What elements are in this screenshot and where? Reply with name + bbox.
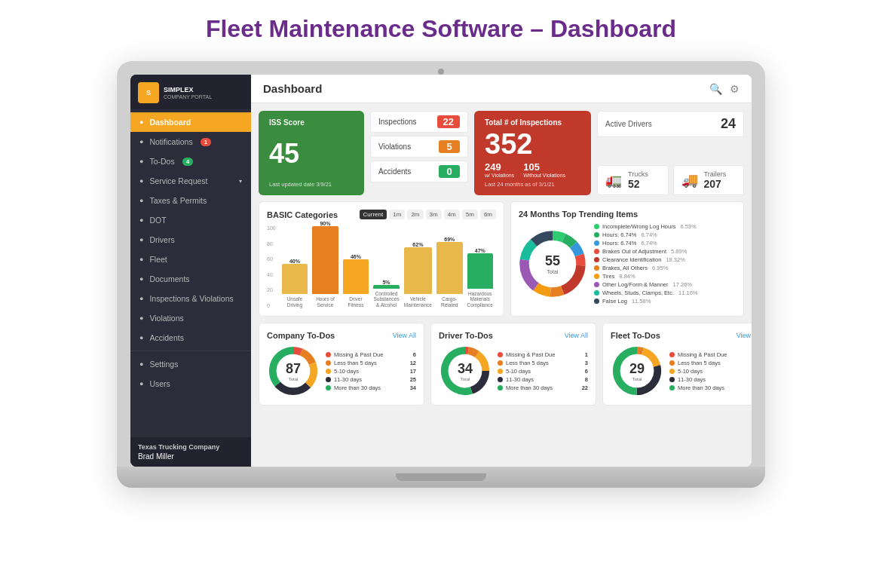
sidebar-item-dot[interactable]: ●DOT [130,210,251,230]
trend-label: Other Log/Form & Manner [602,281,669,288]
sidebar-item-documents[interactable]: ●Documents [130,269,251,289]
company-todo-label: Total [286,377,301,381]
todo-dot [326,360,331,366]
trend-label: Hours: 6.74% [602,231,636,238]
todo-legend-label: 5-10 days [334,368,407,375]
sidebar-item-notifications[interactable]: ●Notifications1 [130,132,251,152]
todo-legend-label: 11-30 days [334,376,407,383]
company-todos-view-all[interactable]: View All [393,332,416,339]
total-insp-date: Last 24 months as of 3/1/21 [485,181,580,188]
time-filter-5m[interactable]: 5m [462,210,478,219]
sidebar-item-to-dos[interactable]: ●To-Dos4 [130,152,251,171]
todo-legend-label: Less than 5 days [678,360,752,366]
todo-legend-count: 3 [585,360,588,366]
bar [404,247,432,294]
main-content: Dashboard 🔍 ⚙ ISS Score 45 Last updated … [251,75,752,467]
todo-legend-row: Less than 5 days12 [326,360,416,366]
search-icon[interactable]: 🔍 [709,83,722,95]
todo-legend-row: Missing & Past Due1 [498,351,588,358]
trend-item: Tires8.84% [594,273,697,280]
nav-label: Fleet [149,255,167,264]
bar-label: Driver Fitness [343,296,369,308]
content-area: ISS Score 45 Last updated date 3/9/21 In… [251,103,752,413]
todo-legend-row: Less than 5 days1 [669,360,752,366]
time-filter-1m[interactable]: 1m [389,210,405,219]
ivc-box: Inspections 22 Violations 5 Accidents 0 [370,111,468,195]
nav-label: Notifications [149,137,192,146]
todo-legend-label: 11-30 days [678,376,752,383]
company-todo-num: 87 [286,361,301,377]
driver-todos-view-all[interactable]: View All [565,332,588,339]
trend-pct: 6.74% [641,240,657,247]
time-filter-Current[interactable]: Current [360,210,387,219]
bar-label: Unsafe Driving [282,296,308,308]
trend-item: Wheels, Studs, Clamps, Etc.11.16% [594,289,697,296]
bar-pct: 62% [412,242,423,247]
bar-group: 40% Unsafe Driving [282,257,308,308]
y-axis: 100 80 60 40 20 0 [267,225,276,308]
trend-label: False Log [602,298,627,305]
sidebar-item-violations[interactable]: ●Violations [130,308,251,328]
iss-score-value: 45 [269,140,354,167]
fleet-todos-header: Fleet To-Dos View All [611,331,752,340]
sidebar-item-inspections-&-violations[interactable]: ●Inspections & Violations [130,289,251,308]
gear-icon[interactable]: ⚙ [730,83,740,95]
trailers-card: 🚚 Trailers 207 [673,165,745,195]
sidebar-item-accidents[interactable]: ●Accidents [130,328,251,348]
bar [282,264,308,294]
sidebar-item-taxes-&-permits[interactable]: ●Taxes & Permits [130,191,251,210]
total-inspections-box: Total # of Inspections 352 249 w/ Violat… [474,111,591,195]
sidebar-item-settings[interactable]: ●Settings [130,354,251,374]
trucks-card: 🚛 Trucks 52 [597,165,669,195]
todo-dot [669,352,675,357]
basic-title: BASIC Categories [267,210,338,219]
trend-pct: 6.53% [680,223,696,230]
todo-legend-label: Missing & Past Due [334,351,410,358]
todo-dot [498,360,503,366]
sidebar-item-service-request[interactable]: ●Service Request▾ [130,171,251,191]
trending-total: 55 [545,253,560,269]
sidebar-item-dashboard[interactable]: ●Dashboard [130,112,251,132]
bar-group: 69% Cargo-Related [436,235,463,308]
bar [312,226,338,294]
trend-dot [594,282,599,287]
fleet-todos-content: 29 Total Missing & Past Due0Less than 5 … [611,345,752,397]
todo-legend-row: 5-10 days6 [498,368,588,375]
sidebar-company: Texas Trucking Company [138,443,243,451]
time-filter-6m[interactable]: 6m [480,210,496,219]
laptop-base [117,467,765,488]
trailers-info: Trailers 207 [704,170,727,190]
company-todo-legend: Missing & Past Due6Less than 5 days125-1… [326,351,416,391]
time-filter-4m[interactable]: 4m [444,210,460,219]
todo-legend-row: More than 30 days22 [498,384,588,391]
todo-dot [326,369,331,374]
total-insp-label: Total # of Inspections [485,118,580,127]
sidebar-item-users[interactable]: ●Users [130,374,251,394]
trending-title: 24 Months Top Trending Items [519,210,736,219]
todo-dot [669,360,675,366]
bar [343,259,369,294]
sidebar-item-drivers[interactable]: ●Drivers [130,230,251,250]
todo-dot [498,352,503,357]
driver-todo-num: 34 [458,361,473,377]
iss-label: ISS Score [269,118,354,127]
time-filter-3m[interactable]: 3m [426,210,442,219]
todo-legend-row: 11-30 days8 [498,376,588,383]
nav-icon: ● [139,216,143,224]
fleet-todo-donut: 29 Total [611,345,663,397]
nav-label: Documents [149,274,189,283]
trend-dot [594,224,599,229]
fleet-todos-view-all[interactable]: View All [737,332,752,339]
time-filter-2m[interactable]: 2m [407,210,423,219]
laptop-camera [438,69,444,75]
bar-group: 47% Hazardous Materials Compliance [467,247,494,308]
sidebar-item-fleet[interactable]: ●Fleet [130,250,251,269]
nav-label: Dashboard [149,118,191,127]
trend-pct: 11.58% [632,298,651,305]
nav-label: Inspections & Violations [149,294,233,303]
driver-todos-header: Driver To-Dos View All [439,331,588,340]
nav-icon: ● [139,360,143,368]
trend-item: Other Log/Form & Manner17.26% [594,281,697,288]
trend-item: Hours: 6.74%6.74% [594,231,697,238]
company-todos-card: Company To-Dos View All 87 Total [259,323,424,406]
